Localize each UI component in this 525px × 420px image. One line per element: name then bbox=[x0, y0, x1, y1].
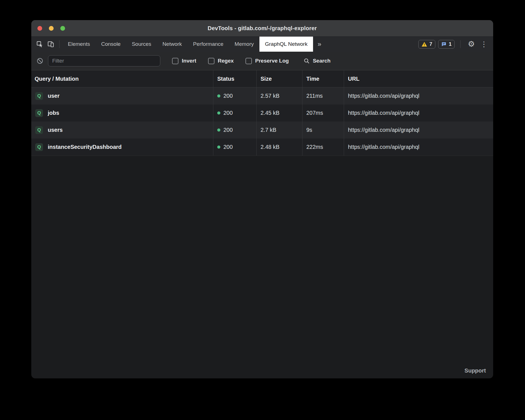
status-ok-dot bbox=[217, 145, 220, 149]
warning-count: 7 bbox=[429, 41, 432, 47]
panel-tabs: Elements Console Sources Network Perform… bbox=[62, 37, 313, 52]
checkbox-regex[interactable]: Regex bbox=[208, 58, 234, 64]
minimize-window-button[interactable] bbox=[49, 26, 54, 31]
tab-network[interactable]: Network bbox=[157, 37, 188, 52]
query-cell: Q users bbox=[31, 121, 213, 139]
tabbar-right-controls: 7 1 ⚙ ⋮ bbox=[418, 40, 489, 49]
search-button[interactable]: Search bbox=[302, 57, 332, 65]
table-header: Query / Mutation Status Size Time URL bbox=[31, 70, 493, 87]
kebab-menu-icon[interactable]: ⋮ bbox=[479, 40, 489, 48]
time-value: 211ms bbox=[302, 87, 344, 104]
network-toolbar: Invert Regex Preserve Log Search bbox=[31, 52, 493, 70]
query-type-badge: Q bbox=[35, 143, 43, 151]
filter-input[interactable] bbox=[48, 55, 160, 66]
column-header-url[interactable]: URL bbox=[344, 70, 493, 87]
query-cell: Q instanceSecurityDashboard bbox=[31, 139, 213, 156]
query-cell: Q jobs bbox=[31, 104, 213, 121]
time-value: 9s bbox=[302, 121, 344, 139]
query-cell: Q user bbox=[31, 87, 213, 104]
query-name: users bbox=[48, 127, 63, 133]
table-row[interactable]: Q jobs 200 2.45 kB 207ms https://gitlab.… bbox=[31, 104, 493, 121]
size-value: 2.57 kB bbox=[256, 87, 302, 104]
requests-list: Q user 200 2.57 kB 211ms https://gitlab.… bbox=[31, 87, 493, 156]
requests-table: Query / Mutation Status Size Time URL Q … bbox=[31, 70, 493, 156]
search-label: Search bbox=[313, 58, 330, 64]
warning-triangle-icon bbox=[421, 42, 427, 47]
close-window-button[interactable] bbox=[37, 26, 42, 31]
checkbox-icon bbox=[245, 58, 252, 64]
checkbox-label: Invert bbox=[182, 58, 196, 64]
query-name: user bbox=[48, 93, 59, 99]
checkbox-invert[interactable]: Invert bbox=[172, 58, 196, 64]
checkbox-icon bbox=[208, 58, 214, 64]
status-cell: 200 bbox=[213, 139, 256, 156]
column-header-size[interactable]: Size bbox=[256, 70, 302, 87]
checkbox-label: Preserve Log bbox=[255, 58, 289, 64]
table-row[interactable]: Q instanceSecurityDashboard 200 2.48 kB … bbox=[31, 139, 493, 156]
size-value: 2.7 kB bbox=[256, 121, 302, 139]
checkbox-preserve-log[interactable]: Preserve Log bbox=[245, 58, 289, 64]
issue-count: 1 bbox=[449, 41, 452, 47]
warnings-badge[interactable]: 7 bbox=[418, 40, 435, 49]
status-ok-dot bbox=[217, 94, 220, 97]
url-value: https://gitlab.com/api/graphql bbox=[344, 121, 493, 139]
more-tabs-button[interactable]: » bbox=[313, 41, 326, 47]
status-ok-dot bbox=[217, 111, 220, 114]
inspect-element-button[interactable] bbox=[34, 39, 45, 50]
query-name: jobs bbox=[48, 110, 59, 116]
table-row[interactable]: Q user 200 2.57 kB 211ms https://gitlab.… bbox=[31, 87, 493, 104]
query-type-badge: Q bbox=[35, 109, 43, 117]
status-code: 200 bbox=[223, 93, 233, 99]
devtools-window: DevTools - gitlab.com/-/graphql-explorer… bbox=[31, 20, 493, 378]
time-value: 207ms bbox=[302, 104, 344, 121]
tab-memory[interactable]: Memory bbox=[229, 37, 259, 52]
tabbar-separator bbox=[59, 40, 59, 48]
status-ok-dot bbox=[217, 128, 220, 132]
window-title: DevTools - gitlab.com/-/graphql-explorer bbox=[207, 25, 317, 32]
issues-badge[interactable]: 1 bbox=[438, 40, 455, 49]
status-code: 200 bbox=[223, 127, 233, 133]
query-name: instanceSecurityDashboard bbox=[48, 144, 122, 150]
devtools-tab-bar: Elements Console Sources Network Perform… bbox=[31, 37, 493, 52]
column-header-query[interactable]: Query / Mutation bbox=[31, 70, 213, 87]
url-value: https://gitlab.com/api/graphql bbox=[344, 104, 493, 121]
tab-elements[interactable]: Elements bbox=[62, 37, 96, 52]
url-value: https://gitlab.com/api/graphql bbox=[344, 87, 493, 104]
tab-performance[interactable]: Performance bbox=[187, 37, 229, 52]
status-code: 200 bbox=[223, 110, 233, 116]
filter-checkboxes: Invert Regex Preserve Log bbox=[160, 58, 289, 64]
table-row[interactable]: Q users 200 2.7 kB 9s https://gitlab.com… bbox=[31, 121, 493, 139]
column-header-time[interactable]: Time bbox=[302, 70, 344, 87]
tab-graphql-network[interactable]: GraphQL Network bbox=[259, 37, 313, 52]
circle-slash-icon bbox=[36, 57, 44, 65]
controls-separator bbox=[460, 40, 460, 48]
support-link[interactable]: Support bbox=[464, 367, 486, 374]
search-icon bbox=[303, 58, 310, 64]
status-cell: 200 bbox=[213, 121, 256, 139]
titlebar: DevTools - gitlab.com/-/graphql-explorer bbox=[31, 20, 493, 37]
time-value: 222ms bbox=[302, 139, 344, 156]
size-value: 2.45 kB bbox=[256, 104, 302, 121]
column-header-status[interactable]: Status bbox=[213, 70, 256, 87]
message-bubble-icon bbox=[441, 42, 447, 47]
query-type-badge: Q bbox=[35, 92, 43, 100]
status-cell: 200 bbox=[213, 104, 256, 121]
tab-console[interactable]: Console bbox=[96, 37, 126, 52]
tab-sources[interactable]: Sources bbox=[126, 37, 157, 52]
settings-gear-icon[interactable]: ⚙ bbox=[466, 40, 476, 48]
clear-log-button[interactable] bbox=[36, 57, 44, 65]
device-toolbar-button[interactable] bbox=[45, 39, 56, 50]
checkbox-label: Regex bbox=[218, 58, 234, 64]
device-toolbar-icon bbox=[47, 40, 54, 48]
status-code: 200 bbox=[223, 144, 233, 150]
url-value: https://gitlab.com/api/graphql bbox=[344, 139, 493, 156]
query-type-badge: Q bbox=[35, 126, 43, 134]
checkbox-icon bbox=[172, 58, 178, 64]
traffic-lights bbox=[37, 20, 65, 36]
size-value: 2.48 kB bbox=[256, 139, 302, 156]
fullscreen-window-button[interactable] bbox=[60, 26, 65, 31]
status-cell: 200 bbox=[213, 87, 256, 104]
inspect-cursor-icon bbox=[36, 40, 43, 48]
